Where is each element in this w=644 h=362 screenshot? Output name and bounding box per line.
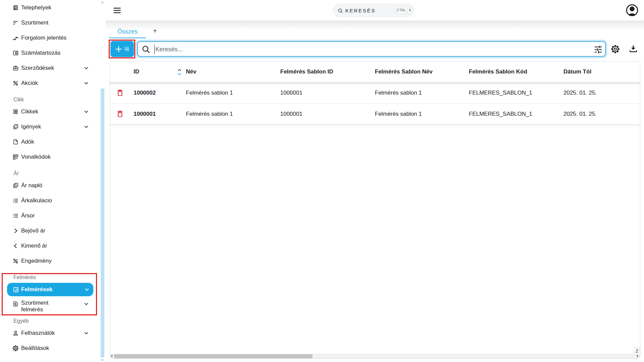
svg-text:?: ? bbox=[15, 124, 17, 128]
